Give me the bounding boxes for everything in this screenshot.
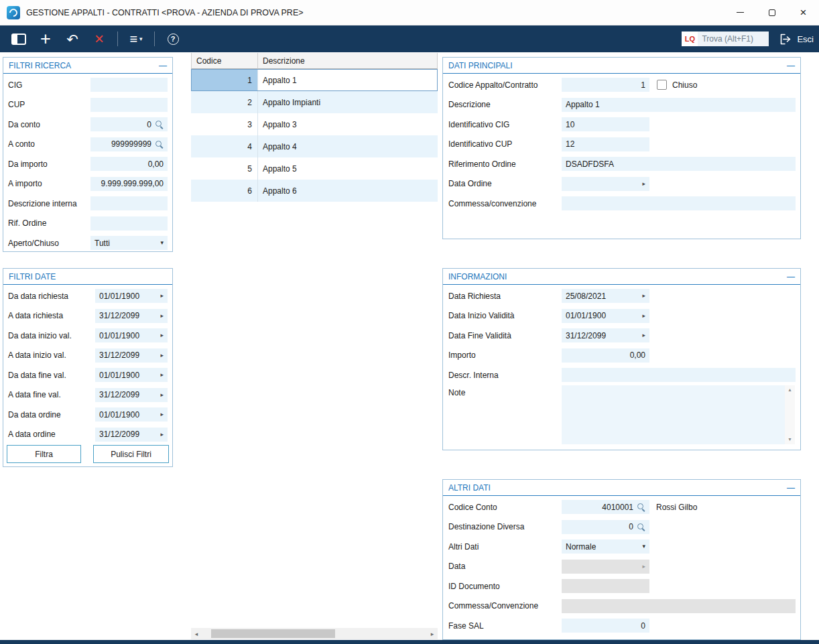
dp-codice-appalto-input[interactable]: 1 [562,78,649,92]
grid-row[interactable]: 6 Appalto 6 [191,180,438,202]
horizontal-scrollbar[interactable]: ◂ ▸ [191,628,438,639]
date-picker-icon[interactable]: ▸ [160,313,164,319]
da-data-richiesta-input[interactable]: 01/01/1900 ▸ [95,289,168,303]
field-row: ID Documento [443,576,800,596]
pulisci-filtri-button[interactable]: Pulisci Filtri [93,445,169,463]
cup-input[interactable] [90,98,168,112]
menu-button[interactable]: ≡ ▾ [123,25,149,52]
grid-row[interactable]: 2 Appalto Impianti [191,91,438,113]
dp-commessa-convenzione-input[interactable] [562,196,796,210]
vertical-scrollbar[interactable]: ▴ ▾ [785,385,795,444]
cig-input[interactable] [90,78,168,92]
scrollbar-track[interactable] [202,628,427,639]
delete-x-icon: × [94,31,104,47]
date-picker-icon[interactable]: ▸ [160,411,164,417]
delete-button[interactable]: × [86,25,113,52]
ad-fase-sal-input[interactable]: 0 [562,619,649,633]
aperto-chiuso-select[interactable]: Tutti ▾ [90,236,168,250]
filtra-button[interactable]: Filtra [7,445,81,463]
field-label: ID Documento [448,582,562,591]
da-importo-input[interactable]: 0,00 [90,157,168,171]
ad-destinazione-diversa-input[interactable]: 0 [562,520,649,534]
collapse-icon[interactable]: — [787,62,795,70]
maximize-button[interactable] [756,0,788,25]
da-data-fine-val-input[interactable]: 01/01/1900 ▸ [95,368,168,382]
field-label: Rif. Ordine [8,218,90,228]
a-data-ordine-input[interactable]: 31/12/2099 ▸ [95,428,168,442]
chiuso-checkbox[interactable] [657,80,667,90]
date-picker-icon[interactable]: ▸ [160,293,164,299]
search-icon[interactable] [155,140,164,149]
dp-riferimento-ordine-input[interactable]: DSADFDSFA [562,157,796,171]
a-conto-input[interactable]: 999999999 [90,137,168,151]
exit-icon [779,34,792,45]
minimize-button[interactable] [724,0,756,25]
field-label: Commessa/convenzione [448,199,562,208]
date-picker-icon[interactable]: ▸ [160,332,164,338]
field-row: Codice Appalto/Contratto 1 Chiuso [443,75,800,95]
date-picker-icon[interactable]: ▸ [642,293,645,299]
descrizione-interna-input[interactable] [90,196,168,210]
a-data-richiesta-input[interactable]: 31/12/2099 ▸ [95,309,168,323]
help-button[interactable]: ? [160,25,186,52]
ad-codice-conto-input[interactable]: 4010001 [562,500,649,514]
scroll-down-icon[interactable]: ▾ [788,436,791,443]
a-importo-input[interactable]: 9.999.999.999,00 [90,177,168,191]
search-icon[interactable] [155,120,164,129]
column-header-descrizione[interactable]: Descrizione [258,53,438,69]
date-picker-icon[interactable]: ▸ [160,372,164,378]
scroll-up-icon[interactable]: ▴ [788,387,791,393]
da-data-ordine-input[interactable]: 01/01/1900 ▸ [95,407,168,422]
a-data-inizio-val-input[interactable]: 31/12/2099 ▸ [95,348,168,363]
dp-identificativo-cup-input[interactable]: 12 [562,137,649,151]
exit-button[interactable]: Esci [779,34,814,45]
rif-ordine-input[interactable] [90,216,168,231]
inf-data-inizio-validita-input[interactable]: 01/01/1900 ▸ [562,309,649,323]
find-input[interactable] [698,31,769,46]
a-data-fine-val-input[interactable]: 31/12/2099 ▸ [95,388,168,402]
grid-row[interactable]: 4 Appalto 4 [191,135,438,157]
chevron-down-icon: ▾ [160,240,164,246]
cell-codice: 1 [191,69,258,91]
da-conto-input[interactable]: 0 [90,117,168,131]
field-label: CIG [8,80,90,90]
date-picker-icon[interactable]: ▸ [642,332,645,338]
date-picker-icon[interactable]: ▸ [642,313,645,319]
inf-data-richiesta-input[interactable]: 25/08/2021 ▸ [562,289,649,303]
da-data-inizio-val-input[interactable]: 01/01/1900 ▸ [95,328,168,342]
date-picker-icon[interactable]: ▸ [160,392,164,398]
collapse-icon[interactable]: — [159,62,167,70]
field-label: Descrizione interna [8,199,90,208]
grid-row[interactable]: 5 Appalto 5 [191,157,438,180]
field-row: Destinazione Diversa 0 [443,517,800,537]
dp-data-ordine-input[interactable]: ▸ [562,177,649,191]
scroll-left-icon[interactable]: ◂ [191,631,202,637]
search-icon[interactable] [637,523,645,531]
inf-note-textarea[interactable]: ▴ ▾ [562,385,795,444]
field-label: Descrizione [448,100,562,109]
altri-dati-header: ALTRI DATI — [443,480,800,496]
collapse-icon[interactable]: — [787,273,795,281]
column-header-codice[interactable]: Codice [191,53,258,69]
ad-altri-dati-select[interactable]: Normale ▾ [562,539,649,554]
inf-data-fine-validita-input[interactable]: 31/12/2099 ▸ [562,328,649,342]
scroll-right-icon[interactable]: ▸ [427,631,438,637]
grid-row[interactable]: 3 Appalto 3 [191,113,438,135]
close-button[interactable]: × [788,0,819,25]
inf-descr-interna-input[interactable] [562,368,796,382]
search-icon[interactable] [637,503,645,511]
new-record-button[interactable]: + [32,25,59,52]
dp-descrizione-input[interactable]: Appalto 1 [562,98,796,112]
date-picker-icon[interactable]: ▸ [642,181,645,187]
scrollbar-thumb[interactable] [211,629,335,638]
ad-data-input: ▸ [562,560,649,574]
panel-toggle-button[interactable] [5,25,32,52]
date-picker-icon[interactable]: ▸ [160,432,164,438]
field-row: A data inizio val. 31/12/2099 ▸ [3,346,172,366]
grid-row[interactable]: 1 Appalto 1 [191,69,438,91]
collapse-icon[interactable]: — [787,484,795,492]
date-picker-icon[interactable]: ▸ [160,352,164,359]
dp-identificativo-cig-input[interactable]: 10 [562,117,649,131]
inf-importo-input[interactable]: 0,00 [562,348,649,363]
undo-button[interactable]: ↶ [59,25,86,52]
